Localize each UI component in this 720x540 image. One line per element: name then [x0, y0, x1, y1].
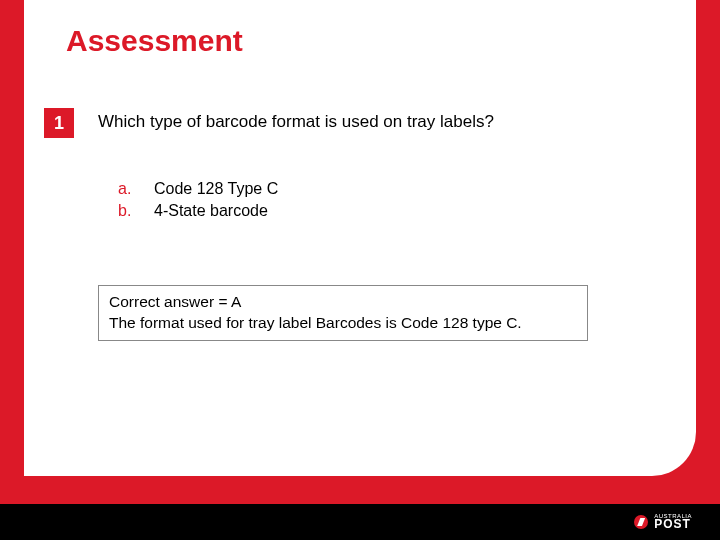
slide: Assessment 1 Which type of barcode forma…	[0, 0, 720, 504]
question-number-badge: 1	[44, 108, 74, 138]
option-row: b. 4-State barcode	[118, 200, 660, 222]
slide-title: Assessment	[66, 24, 660, 58]
answer-line: Correct answer = A	[109, 292, 577, 313]
answer-box: Correct answer = A The format used for t…	[98, 285, 588, 341]
question-body: Which type of barcode format is used on …	[98, 108, 660, 341]
option-letter: a.	[118, 178, 136, 200]
option-text: Code 128 Type C	[154, 178, 278, 200]
footer-bar: AUSTRALIA POST	[0, 504, 720, 540]
question-text: Which type of barcode format is used on …	[98, 112, 660, 132]
option-row: a. Code 128 Type C	[118, 178, 660, 200]
brand-logo: AUSTRALIA POST	[634, 514, 692, 529]
answer-line: The format used for tray label Barcodes …	[109, 313, 577, 334]
option-text: 4-State barcode	[154, 200, 268, 222]
brand-text: AUSTRALIA POST	[654, 514, 692, 529]
options-list: a. Code 128 Type C b. 4-State barcode	[118, 178, 660, 221]
option-letter: b.	[118, 200, 136, 222]
brand-mark-icon	[634, 515, 648, 529]
question-block: 1 Which type of barcode format is used o…	[60, 108, 660, 341]
content-panel: Assessment 1 Which type of barcode forma…	[24, 0, 696, 476]
brand-bottom-text: POST	[654, 519, 692, 529]
